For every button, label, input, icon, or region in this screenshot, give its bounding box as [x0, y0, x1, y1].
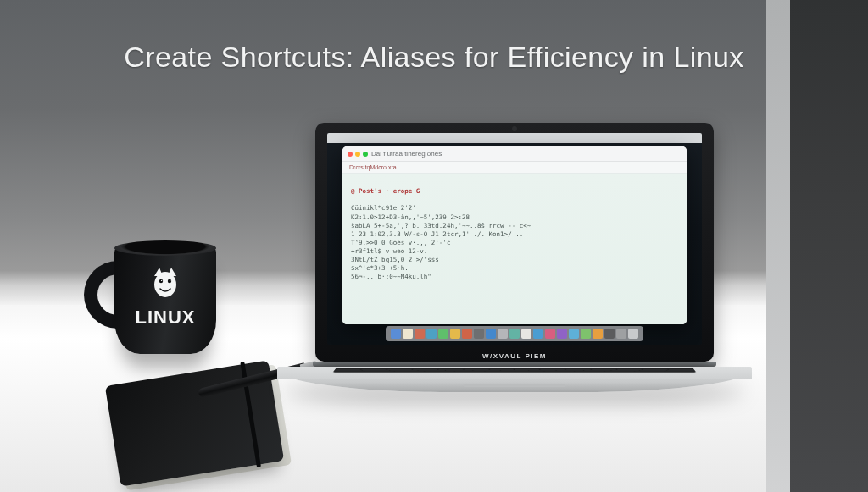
webcam [512, 126, 517, 131]
close-icon [348, 152, 353, 157]
key [454, 371, 484, 372]
terminal-body: @ Post's · erope G Cüinikl*c91e 2'2' K2:… [342, 174, 687, 324]
key [364, 371, 394, 372]
key [515, 371, 545, 372]
dock-app-icon [545, 329, 555, 339]
dock-app-icon [604, 329, 615, 339]
maximize-icon [363, 152, 368, 157]
linux-mug: LINUX [114, 246, 216, 354]
tux-icon [146, 266, 185, 303]
svg-point-3 [161, 280, 162, 281]
laptop-keyboard-deck [277, 367, 752, 392]
os-menubar [327, 133, 702, 143]
mug-body: LINUX [114, 246, 216, 354]
dock-app-icon [557, 329, 567, 339]
dock-app-icon [462, 329, 472, 339]
terminal-titlebar: Dal f utraa tlhereg ones [342, 146, 687, 162]
wall-panel [790, 0, 868, 492]
key [334, 371, 364, 372]
dock-app-icon [486, 329, 496, 339]
os-dock [386, 326, 643, 341]
dock-app-icon [616, 329, 626, 339]
terminal-prompt: @ Post's · erope G [351, 187, 420, 195]
keyboard-row [334, 371, 695, 372]
key [665, 371, 695, 372]
terminal-window: Dal f utraa tlhereg ones Drcrs tqMdcro x… [342, 146, 687, 324]
minimize-icon [355, 152, 360, 157]
dock-app-icon [509, 329, 520, 339]
terminal-output: Cüinikl*c91e 2'2' K2:1.0>12+D3-ân,,'~5',… [351, 204, 531, 280]
key [576, 371, 605, 372]
dock-app-icon [581, 329, 591, 339]
terminal-title: Dal f utraa tlhereg ones [371, 150, 442, 158]
dock-app-icon [521, 329, 531, 339]
svg-point-1 [159, 279, 163, 283]
dock-app-icon [474, 329, 484, 339]
wall-edge-highlight [766, 0, 790, 492]
dock-app-icon [403, 329, 413, 339]
key [425, 371, 454, 372]
dock-app-icon [415, 329, 425, 339]
key [605, 371, 635, 372]
dock-app-icon [498, 329, 508, 339]
deck-top [277, 367, 752, 379]
svg-point-4 [170, 280, 170, 281]
dock-app-icon [569, 329, 579, 339]
terminal-subheader: Drcrs tqMdcro xra [342, 162, 687, 174]
key [635, 371, 665, 372]
mug-logo: LINUX [114, 266, 216, 329]
laptop-screen-bezel: Dal f utraa tlhereg ones Drcrs tqMdcro x… [315, 123, 714, 362]
window-controls [348, 152, 368, 157]
dock-app-icon [533, 329, 543, 339]
dock-app-icon [628, 329, 638, 339]
laptop: Dal f utraa tlhereg ones Drcrs tqMdcro x… [315, 123, 714, 392]
laptop-screen: Dal f utraa tlhereg ones Drcrs tqMdcro x… [327, 133, 702, 345]
laptop-brand: W/XVAUL PIEM [482, 352, 547, 360]
dock-app-icon [450, 329, 460, 339]
page-title: Create Shortcuts: Aliases for Efficiency… [0, 41, 868, 74]
dock-app-icon [391, 329, 401, 339]
mug-text: LINUX [114, 307, 216, 329]
key [485, 371, 515, 372]
hero-scene: Create Shortcuts: Aliases for Efficiency… [0, 0, 868, 492]
mug-rim [114, 240, 216, 256]
dock-app-icon [593, 329, 603, 339]
key [394, 371, 424, 372]
dock-app-icon [426, 329, 437, 339]
trackpad [464, 384, 565, 387]
key [545, 371, 575, 372]
keyboard [333, 368, 697, 373]
svg-point-2 [168, 279, 171, 283]
dock-app-icon [438, 329, 448, 339]
